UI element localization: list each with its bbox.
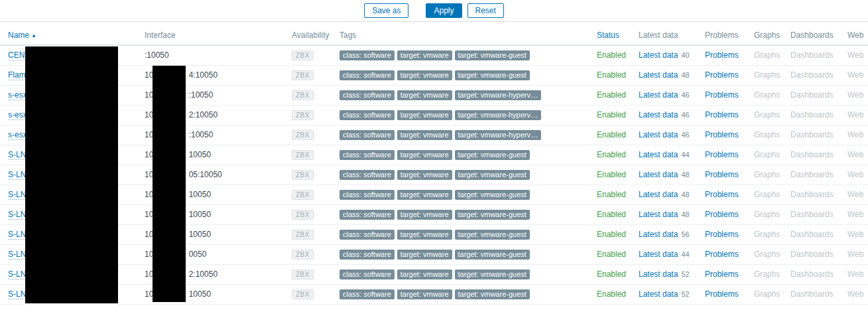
sort-by-status-link[interactable]: Status (597, 31, 619, 40)
host-status-link[interactable]: Enabled (597, 270, 626, 279)
problems-link[interactable]: Problems (705, 230, 739, 239)
host-tag[interactable]: target: vmware (397, 250, 452, 260)
host-tag[interactable]: class: software (340, 230, 395, 240)
host-status-link[interactable]: Enabled (597, 150, 626, 159)
latest-data-link[interactable]: Latest data (639, 90, 678, 100)
sort-by-name-link[interactable]: Name (8, 31, 29, 40)
host-tag[interactable]: target: vmware-guest (455, 170, 530, 180)
host-tag[interactable]: target: vmware (397, 190, 452, 200)
host-status-link[interactable]: Enabled (597, 250, 626, 259)
host-tag[interactable]: target: vmware (397, 270, 452, 279)
host-tag[interactable]: class: software (340, 110, 395, 120)
problems-link[interactable]: Problems (705, 110, 739, 119)
host-status-link[interactable]: Enabled (597, 50, 626, 60)
host-tag[interactable]: target: vmware-guest (455, 70, 530, 80)
host-status-link[interactable]: Enabled (597, 230, 626, 239)
graphs-cell: Graphs (746, 105, 782, 125)
graphs-link-disabled: Graphs (754, 170, 780, 179)
host-tag[interactable]: target: vmware (397, 110, 452, 120)
host-tag[interactable]: class: software (340, 150, 395, 160)
problems-link[interactable]: Problems (705, 50, 739, 60)
host-tag[interactable]: class: software (340, 190, 395, 200)
latest-data-link[interactable]: Latest data (639, 150, 678, 159)
latest-data-link[interactable]: Latest data (639, 289, 678, 299)
graphs-cell: Graphs (746, 284, 782, 304)
latest-data-link[interactable]: Latest data (639, 210, 678, 219)
save-as-button[interactable]: Save as (364, 3, 408, 18)
host-name-link[interactable]: s-esx (8, 130, 27, 140)
host-tag[interactable]: target: vmware-hyperv… (455, 110, 541, 120)
host-tag[interactable]: class: software (340, 130, 395, 140)
problems-link[interactable]: Problems (705, 90, 739, 100)
host-tag[interactable]: target: vmware (397, 289, 452, 299)
host-status-link[interactable]: Enabled (597, 289, 626, 299)
latest-data-link[interactable]: Latest data (639, 70, 678, 80)
host-tag[interactable]: target: vmware (397, 230, 452, 240)
latest-data-link[interactable]: Latest data (639, 50, 678, 60)
host-tag[interactable]: class: software (340, 50, 395, 60)
latest-data-cell: Latest data46 (631, 85, 697, 105)
host-name-link[interactable]: s-esx (8, 90, 27, 100)
tag-list: class: softwaretarget: vmwaretarget: vmw… (340, 190, 532, 199)
host-status-link[interactable]: Enabled (597, 110, 626, 119)
latest-data-link[interactable]: Latest data (639, 110, 678, 119)
host-tag[interactable]: target: vmware (397, 210, 452, 220)
reset-button[interactable]: Reset (467, 3, 504, 18)
latest-data-link[interactable]: Latest data (639, 190, 678, 199)
problems-link[interactable]: Problems (705, 210, 739, 219)
host-status-link[interactable]: Enabled (597, 130, 626, 139)
host-tag[interactable]: target: vmware-guest (455, 150, 530, 160)
host-tag[interactable]: target: vmware (397, 70, 452, 80)
dashboards-cell: Dashboards (782, 125, 839, 145)
zbx-availability-badge: ZBX (292, 289, 314, 299)
latest-data-link[interactable]: Latest data (639, 170, 678, 179)
problems-link[interactable]: Problems (705, 289, 739, 299)
latest-data-link[interactable]: Latest data (639, 130, 678, 139)
latest-data-link[interactable]: Latest data (639, 270, 678, 279)
host-status-link[interactable]: Enabled (597, 190, 626, 199)
host-status-link[interactable]: Enabled (597, 210, 626, 219)
host-tag[interactable]: class: software (340, 289, 395, 299)
problems-link[interactable]: Problems (705, 170, 739, 179)
table-row: S-LNX 10.10050 ZBX class: softwaretarget… (0, 145, 868, 165)
host-status-link[interactable]: Enabled (597, 90, 626, 100)
latest-data-link[interactable]: Latest data (639, 230, 678, 239)
host-tag[interactable]: class: software (340, 90, 395, 100)
dashboards-cell: Dashboards (782, 204, 839, 224)
tags-cell: class: softwaretarget: vmwaretarget: vmw… (332, 65, 589, 85)
host-tag[interactable]: target: vmware-guest (455, 270, 530, 279)
graphs-cell: Graphs (746, 165, 782, 185)
problems-cell: Problems (697, 45, 746, 65)
host-name-link[interactable]: s-esx (8, 110, 27, 120)
host-tag[interactable]: target: vmware (397, 170, 452, 180)
host-tag[interactable]: target: vmware-guest (455, 250, 530, 260)
dashboards-cell: Dashboards (782, 65, 839, 85)
host-tag[interactable]: class: software (340, 210, 395, 220)
host-tag[interactable]: target: vmware-guest (455, 50, 530, 60)
host-tag[interactable]: class: software (340, 250, 395, 260)
host-tag[interactable]: target: vmware-guest (455, 289, 530, 299)
host-tag[interactable]: target: vmware (397, 150, 452, 160)
host-tag[interactable]: target: vmware-hyperv… (455, 130, 541, 140)
host-status-link[interactable]: Enabled (597, 70, 626, 80)
host-tag[interactable]: target: vmware (397, 50, 452, 60)
host-tag[interactable]: target: vmware-hyperv… (455, 90, 541, 100)
problems-link[interactable]: Problems (705, 270, 739, 279)
problems-link[interactable]: Problems (705, 150, 739, 159)
host-tag[interactable]: class: software (340, 170, 395, 180)
problems-link[interactable]: Problems (705, 190, 739, 199)
problems-link[interactable]: Problems (705, 130, 739, 139)
host-tag[interactable]: target: vmware (397, 90, 452, 100)
host-status-link[interactable]: Enabled (597, 170, 626, 179)
problems-link[interactable]: Problems (705, 70, 739, 80)
host-tag[interactable]: target: vmware-guest (455, 190, 530, 200)
host-tag[interactable]: class: software (340, 270, 395, 279)
host-tag[interactable]: target: vmware (397, 130, 452, 140)
latest-data-link[interactable]: Latest data (639, 250, 678, 259)
problems-link[interactable]: Problems (705, 250, 739, 259)
apply-button[interactable]: Apply (426, 3, 462, 18)
host-tag[interactable]: class: software (340, 70, 395, 80)
host-tag[interactable]: target: vmware-guest (455, 210, 530, 220)
availability-cell: ZBX (284, 224, 332, 244)
host-tag[interactable]: target: vmware-guest (455, 230, 530, 240)
